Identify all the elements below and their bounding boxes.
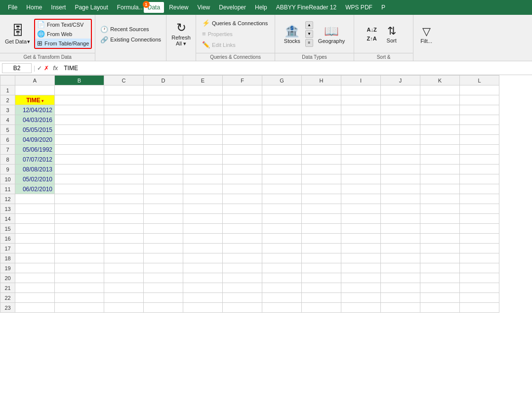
cell-i8[interactable] <box>341 155 381 165</box>
cell-b7[interactable] <box>55 145 104 155</box>
cell-k23[interactable] <box>420 303 460 313</box>
cell-b15[interactable] <box>55 224 104 234</box>
cell-a4[interactable]: 04/03/2016 <box>15 115 55 125</box>
menu-developer[interactable]: Developer <box>215 2 250 13</box>
expand-button[interactable]: ≡ <box>305 39 313 47</box>
cell-a20[interactable] <box>15 273 55 283</box>
col-header-c[interactable]: C <box>104 76 144 85</box>
existing-connections-button[interactable]: 🔗 Existing Connections <box>98 35 163 44</box>
cell-f7[interactable] <box>223 145 262 155</box>
cell-b11[interactable] <box>55 184 104 194</box>
row-header-7[interactable]: 7 <box>0 145 15 155</box>
cell-e21[interactable] <box>183 283 223 293</box>
cell-c22[interactable] <box>104 293 144 303</box>
cell-i14[interactable] <box>341 214 381 224</box>
col-header-b[interactable]: B <box>55 76 104 85</box>
queries-connections-button[interactable]: ⚡ Queries & Connections <box>200 18 271 28</box>
cell-c17[interactable] <box>104 244 144 253</box>
row-header-13[interactable]: 13 <box>0 204 15 214</box>
cell-c3[interactable] <box>104 105 144 115</box>
cell-e7[interactable] <box>183 145 223 155</box>
cell-k14[interactable] <box>420 214 460 224</box>
scroll-down-button[interactable]: ▼ <box>305 30 313 38</box>
row-header-2[interactable]: 2 <box>0 95 15 105</box>
cell-i2[interactable] <box>341 95 381 105</box>
cell-c4[interactable] <box>104 115 144 125</box>
cell-j2[interactable] <box>381 95 420 105</box>
cell-a8[interactable]: 07/07/2012 <box>15 155 55 165</box>
cell-l18[interactable] <box>460 253 499 263</box>
cell-b2[interactable] <box>55 95 104 105</box>
filter-button[interactable]: ▽ Filt... <box>415 18 437 51</box>
cell-d9[interactable] <box>144 165 183 174</box>
from-table-range-button[interactable]: ⊞ From Table/Range <box>35 39 91 48</box>
cell-d16[interactable] <box>144 234 183 244</box>
cell-j1[interactable] <box>381 85 420 95</box>
cell-a9[interactable]: 08/08/2013 <box>15 165 55 174</box>
cell-g11[interactable] <box>262 184 302 194</box>
scroll-up-button[interactable]: ▲ <box>305 21 313 29</box>
cell-f15[interactable] <box>223 224 262 234</box>
cell-f1[interactable] <box>223 85 262 95</box>
cell-i4[interactable] <box>341 115 381 125</box>
cell-f23[interactable] <box>223 303 262 313</box>
cell-j19[interactable] <box>381 263 420 273</box>
cell-k4[interactable] <box>420 115 460 125</box>
cell-h22[interactable] <box>302 293 341 303</box>
cell-c5[interactable] <box>104 125 144 135</box>
cell-h9[interactable] <box>302 165 341 174</box>
cell-e16[interactable] <box>183 234 223 244</box>
cell-e1[interactable] <box>183 85 223 95</box>
cell-h5[interactable] <box>302 125 341 135</box>
cell-j4[interactable] <box>381 115 420 125</box>
cell-h23[interactable] <box>302 303 341 313</box>
cell-a12[interactable] <box>15 194 55 204</box>
menu-data[interactable]: 1 Data <box>144 2 164 13</box>
cell-c15[interactable] <box>104 224 144 234</box>
col-header-l[interactable]: L <box>460 76 499 85</box>
refresh-all-button[interactable]: ↻ Refresh All ▾ <box>168 18 194 50</box>
cell-l9[interactable] <box>460 165 499 174</box>
cell-k20[interactable] <box>420 273 460 283</box>
cell-e12[interactable] <box>183 194 223 204</box>
cell-i17[interactable] <box>341 244 381 253</box>
cell-g6[interactable] <box>262 135 302 145</box>
cell-g2[interactable] <box>262 95 302 105</box>
cell-g7[interactable] <box>262 145 302 155</box>
menu-p[interactable]: P <box>377 2 389 13</box>
row-header-15[interactable]: 15 <box>0 224 15 234</box>
cell-k22[interactable] <box>420 293 460 303</box>
cell-a19[interactable] <box>15 263 55 273</box>
cell-g4[interactable] <box>262 115 302 125</box>
cell-c12[interactable] <box>104 194 144 204</box>
cell-g8[interactable] <box>262 155 302 165</box>
cell-f9[interactable] <box>223 165 262 174</box>
cell-l14[interactable] <box>460 214 499 224</box>
cell-h10[interactable] <box>302 174 341 184</box>
cell-e8[interactable] <box>183 155 223 165</box>
cell-a21[interactable] <box>15 283 55 293</box>
cell-i21[interactable] <box>341 283 381 293</box>
row-header-23[interactable]: 23 <box>0 303 15 313</box>
cell-f14[interactable] <box>223 214 262 224</box>
cell-b17[interactable] <box>55 244 104 253</box>
cell-h11[interactable] <box>302 184 341 194</box>
cell-e11[interactable] <box>183 184 223 194</box>
cell-a6[interactable]: 04/09/2020 <box>15 135 55 145</box>
cell-e23[interactable] <box>183 303 223 313</box>
cell-k3[interactable] <box>420 105 460 115</box>
check-button[interactable]: ✓ <box>37 65 42 72</box>
cell-j18[interactable] <box>381 253 420 263</box>
cell-g9[interactable] <box>262 165 302 174</box>
geography-button[interactable]: 📖 Geography <box>315 18 348 50</box>
cell-a16[interactable] <box>15 234 55 244</box>
cell-a18[interactable] <box>15 253 55 263</box>
cell-e4[interactable] <box>183 115 223 125</box>
cell-b5[interactable] <box>55 125 104 135</box>
cell-g23[interactable] <box>262 303 302 313</box>
row-header-19[interactable]: 19 <box>0 263 15 273</box>
cell-d10[interactable] <box>144 174 183 184</box>
cell-c23[interactable] <box>104 303 144 313</box>
cell-c20[interactable] <box>104 273 144 283</box>
cell-j6[interactable] <box>381 135 420 145</box>
